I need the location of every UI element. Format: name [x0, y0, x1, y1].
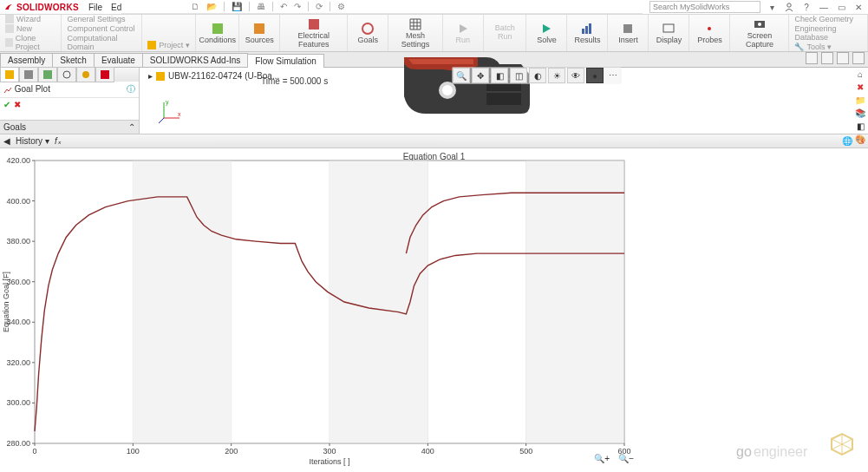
svg-text:100: 100 [127, 447, 140, 456]
taskpane-resources-icon[interactable]: 📁 [854, 94, 866, 106]
doc-close-icon[interactable] [852, 52, 865, 64]
time-display: Time = 500.000 s [261, 76, 328, 86]
doc-breadcrumb: ▸ UBW-21162-04724 (U-Boa... [148, 71, 279, 81]
ribbon-run[interactable]: Run [443, 15, 484, 51]
search-placeholder: Search MySolidWorks [653, 3, 729, 11]
search-input[interactable]: Search MySolidWorks [649, 1, 760, 13]
hud-scene-icon[interactable]: ☀ [548, 68, 565, 83]
history-dropdown[interactable]: History ▾ [16, 136, 49, 146]
hud-zoom-icon[interactable]: 🔍 [453, 68, 470, 83]
ribbon-insert[interactable]: Insert [608, 15, 649, 51]
tab-assembly[interactable]: Assembly [0, 53, 53, 67]
taskpane-library-icon[interactable]: 📚 [854, 107, 866, 119]
menu-file[interactable]: File [84, 2, 107, 13]
graphics-viewport[interactable]: ▸ UBW-21162-04724 (U-Boa... Time = 500.0… [140, 68, 868, 134]
ribbon-batch-run[interactable]: Batch Run [484, 15, 527, 51]
minimize-icon[interactable]: — [818, 1, 830, 13]
ribbon-clone[interactable]: Clone Project [5, 34, 55, 51]
svg-rect-11 [585, 26, 588, 34]
goal-plot-title: Goal Plot [15, 84, 50, 94]
manager-tab-dim[interactable] [57, 67, 76, 82]
svg-text:go: go [736, 444, 752, 459]
close-icon[interactable]: ✕ [852, 1, 865, 13]
search-options-icon[interactable]: ▾ [766, 1, 778, 13]
hud-more-icon[interactable]: ⋯ [605, 68, 621, 82]
ribbon-screen-capture[interactable]: Screen Capture [730, 15, 789, 51]
ribbon-wizard[interactable]: Wizard [5, 15, 55, 23]
svg-rect-13 [623, 24, 632, 33]
brand-logo: SOLIDWORKS [3, 2, 79, 12]
restore-icon[interactable]: ▭ [835, 1, 847, 13]
hud-pan-icon[interactable]: ✥ [472, 68, 489, 83]
manager-tab-display[interactable] [76, 67, 95, 82]
taskpane-close-icon[interactable]: ✖ [854, 81, 866, 93]
ribbon-probes[interactable]: Probes [689, 15, 730, 51]
user-icon[interactable] [783, 1, 795, 13]
cancel-icon[interactable]: ✖ [14, 100, 21, 109]
ribbon-general-settings[interactable]: General Settings [67, 15, 136, 23]
doc-max-icon[interactable] [821, 52, 833, 64]
history-globe-icon[interactable]: 🌐 [842, 136, 852, 146]
manager-tab-config[interactable] [38, 67, 57, 82]
view-triad[interactable]: yx [157, 99, 183, 127]
ribbon-check-geometry[interactable]: Check Geometry [794, 15, 862, 23]
manager-tab-property[interactable] [19, 67, 38, 82]
goal-plot-help-icon[interactable]: ⓘ [127, 83, 135, 95]
manager-tab-flow[interactable] [95, 67, 114, 82]
tab-evaluate[interactable]: Evaluate [94, 53, 143, 67]
qa-print-icon[interactable]: 🖶 [257, 2, 265, 11]
ribbon-goals[interactable]: Goals [348, 15, 388, 51]
qa-new-icon[interactable]: 🗋 [191, 2, 199, 11]
ribbon-engineering-db[interactable]: Engineering Database [794, 24, 862, 42]
hud-hide-icon[interactable]: 👁 [567, 68, 584, 83]
svg-text:x: x [178, 111, 181, 117]
ribbon-tools[interactable]: 🔧 Tools ▾ [794, 43, 862, 51]
collapse-icon[interactable]: ⌃ [128, 122, 135, 132]
goal-plot-okcancel: ✔ ✖ [0, 98, 139, 111]
doc-min-icon[interactable] [806, 52, 818, 64]
svg-rect-4 [5, 38, 13, 47]
hud-section-icon[interactable]: ◧ [491, 68, 508, 83]
hud-display-icon[interactable]: ◐ [529, 68, 546, 83]
hud-render-icon[interactable]: ● [586, 68, 604, 83]
ok-icon[interactable]: ✔ [3, 100, 10, 109]
history-function-icon[interactable]: fₓ [55, 136, 61, 146]
goals-label: Goals [3, 122, 26, 132]
doc-restore-icon[interactable] [837, 52, 849, 64]
qa-undo-icon[interactable]: ↶ [280, 2, 287, 11]
ribbon-new[interactable]: New [5, 24, 55, 33]
ribbon-component-control[interactable]: Component Control [67, 24, 136, 33]
ribbon-electrical[interactable]: Electrical Features [280, 15, 348, 51]
ribbon-results[interactable]: Results [567, 15, 608, 51]
tab-sketch[interactable]: Sketch [52, 53, 95, 67]
qa-redo-icon[interactable]: ↷ [294, 2, 301, 11]
goals-section-header[interactable]: Goals ⌃ [0, 120, 139, 134]
taskpane-appearance-icon[interactable]: 🎨 [854, 133, 866, 145]
qa-rebuild-icon[interactable]: ⟳ [316, 2, 323, 11]
ribbon-display[interactable]: Display [649, 15, 689, 51]
help-icon[interactable]: ? [800, 1, 813, 13]
svg-text:400.00: 400.00 [6, 197, 30, 206]
taskpane-view-icon[interactable]: ◧ [854, 120, 866, 132]
ribbon-computational-domain[interactable]: Computational Domain [67, 34, 136, 51]
ribbon-project[interactable]: Project ▾ [147, 41, 190, 49]
qa-options-icon[interactable]: ⚙ [337, 2, 345, 11]
hud-view-icon[interactable]: ◫ [510, 68, 527, 83]
zoom-in-icon[interactable]: 🔍+ [594, 454, 610, 463]
zoom-out-icon[interactable]: 🔍− [618, 454, 634, 463]
manager-tab-feature[interactable] [0, 67, 19, 82]
tab-addins[interactable]: SOLIDWORKS Add-Ins [142, 53, 248, 67]
tab-flow-simulation[interactable]: Flow Simulation [247, 54, 324, 68]
qa-save-icon[interactable]: 💾 [232, 2, 242, 11]
svg-text:380.00: 380.00 [6, 237, 30, 246]
history-prev-icon[interactable]: ◀ [3, 136, 10, 146]
ribbon-solve[interactable]: Solve [526, 15, 567, 51]
ribbon-conditions[interactable]: Conditions [196, 15, 239, 51]
ribbon-mesh[interactable]: Mesh Settings [388, 15, 443, 51]
qa-open-icon[interactable]: 📂 [206, 2, 217, 11]
ribbon-sources[interactable]: Sources [239, 15, 280, 51]
svg-text:420.00: 420.00 [6, 156, 30, 165]
svg-rect-18 [5, 70, 14, 79]
taskpane-home-icon[interactable]: ⌂ [854, 68, 866, 80]
brand-text: SOLIDWORKS [16, 3, 79, 12]
